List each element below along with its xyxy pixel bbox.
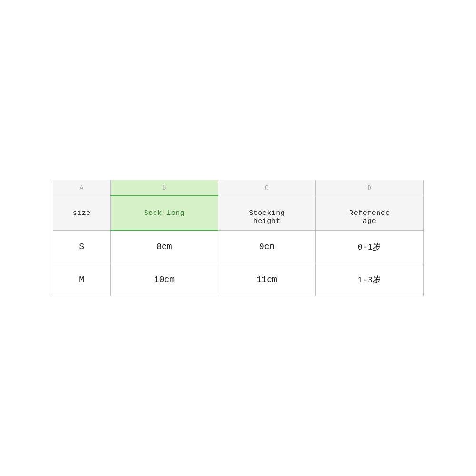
header-reference-age: Referenceage xyxy=(316,196,423,230)
header-sock-long: Sock long xyxy=(110,196,218,230)
col-letter-a: A xyxy=(53,180,110,196)
col-letter-c: C xyxy=(218,180,316,196)
size-chart-table: A B C D size Sock long xyxy=(53,180,424,296)
cell-size-s: S xyxy=(53,230,110,263)
column-header-row: size Sock long Stockingheight Referencea… xyxy=(53,196,423,230)
header-stocking-height: Stockingheight xyxy=(218,196,316,230)
cell-stocking-height-s: 9cm xyxy=(218,230,316,263)
table-row: S 8cm 9cm 0-1岁 xyxy=(53,230,423,263)
column-letter-row: A B C D xyxy=(53,180,423,196)
cell-reference-age-s: 0-1岁 xyxy=(316,230,423,263)
col-letter-d: D xyxy=(316,180,423,196)
table-row: M 10cm 11cm 1-3岁 xyxy=(53,263,423,296)
cell-size-m: M xyxy=(53,263,110,296)
col-letter-b: B xyxy=(110,180,218,196)
cell-reference-age-m: 1-3岁 xyxy=(316,263,423,296)
cell-sock-long-s: 8cm xyxy=(110,230,218,263)
size-chart-container: A B C D size Sock long xyxy=(53,180,424,296)
cell-stocking-height-m: 11cm xyxy=(218,263,316,296)
cell-sock-long-m: 10cm xyxy=(110,263,218,296)
header-size: size xyxy=(53,196,110,230)
